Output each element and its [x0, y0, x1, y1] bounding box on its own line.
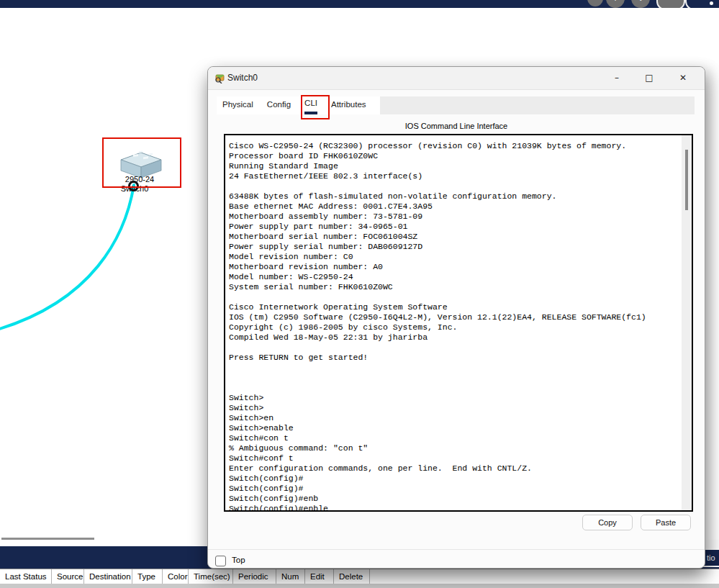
column-header-type: Type [132, 569, 163, 584]
column-header-time-sec: Time(sec) [189, 569, 233, 584]
column-header-delete: Delete [334, 569, 370, 584]
tab-attributes[interactable]: Attributes [331, 96, 366, 114]
column-header-num: Num [276, 569, 305, 584]
cli-terminal-output: Cisco WS-C2950-24 (RC32300) processor (r… [225, 135, 692, 512]
column-header-destination: Destination [84, 569, 132, 584]
dialog-titlebar[interactable]: Switch0 – □ ✕ [208, 67, 705, 90]
zoom-out-icon[interactable]: ↓ [631, 0, 650, 8]
column-header-source: Source [52, 569, 84, 584]
column-header-color: Color [163, 569, 189, 584]
terminal-scrollbar[interactable] [682, 135, 692, 510]
top-toolbar: + ↓ – [0, 0, 719, 8]
cli-tab-highlight-annotation [301, 95, 330, 119]
copy-button[interactable]: Copy [582, 515, 633, 530]
paste-button[interactable]: Paste [641, 515, 691, 530]
toolbar-pill-icon[interactable] [685, 0, 719, 8]
terminal-scrollbar-thumb[interactable] [685, 150, 688, 210]
dialog-tabstrip: PhysicalConfigCLIAttributes [217, 96, 695, 114]
top-checkbox-label: Top [232, 556, 245, 564]
maximize-button[interactable]: □ [637, 68, 661, 88]
cli-terminal[interactable]: Cisco WS-C2950-24 (RC32300) processor (r… [224, 134, 693, 512]
device-highlight-annotation [102, 137, 181, 188]
cli-caption: IOS Command Line Interface [208, 122, 705, 130]
minimize-panel-icon[interactable]: – [656, 0, 685, 8]
close-button[interactable]: ✕ [671, 68, 695, 88]
toolbar-circle-icon[interactable] [587, 0, 603, 6]
scenario-table-header: Last StatusSourceDestinationTypeColorTim… [0, 569, 719, 584]
dialog-tabs: PhysicalConfigCLIAttributes [217, 96, 380, 114]
switch0-dialog: Switch0 – □ ✕ PhysicalConfigCLIAttribute… [207, 66, 705, 569]
tab-physical[interactable]: Physical [222, 96, 253, 114]
bottom-filler [0, 584, 719, 588]
simulation-mode-button[interactable]: tio [703, 548, 719, 567]
workspace-hscrollbar[interactable] [1, 538, 94, 540]
packet-tracer-icon [214, 73, 225, 83]
footer-divider [208, 549, 705, 550]
column-header-periodic: Periodic [233, 569, 276, 584]
dialog-title: Switch0 [227, 73, 258, 83]
toolbar-dot-icon [710, 1, 713, 5]
column-header-last-status: Last Status [0, 569, 52, 584]
tab-config[interactable]: Config [267, 96, 291, 114]
minimize-button[interactable]: – [605, 68, 629, 88]
column-header-edit: Edit [305, 569, 334, 584]
zoom-in-icon[interactable]: + [606, 0, 625, 8]
top-checkbox[interactable] [215, 556, 226, 566]
